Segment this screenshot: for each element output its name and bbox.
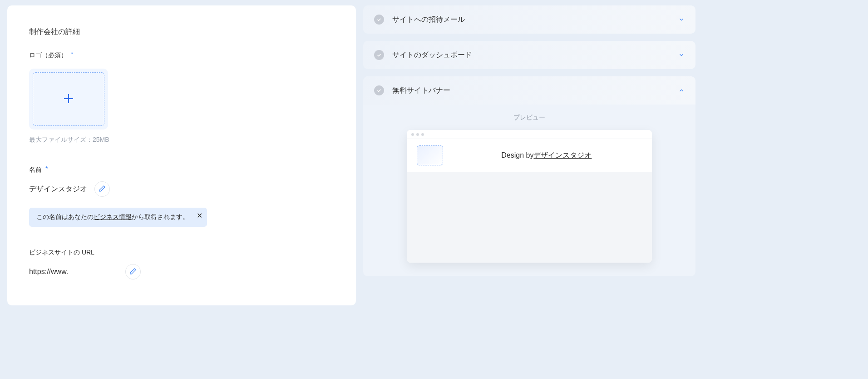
max-file-size-text: 最大ファイルサイズ：25MB — [29, 136, 334, 144]
accordion-title: サイトへの招待メール — [392, 15, 670, 25]
logo-upload-dashed[interactable] — [33, 72, 104, 126]
name-value: デザインスタジオ — [29, 185, 87, 194]
production-company-details-panel: 制作会社の詳細 ロゴ（必須） * 最大ファイルサイズ：25MB 名前 * デザイ… — [7, 5, 356, 305]
accordion-title: 無料サイトバナー — [392, 86, 670, 95]
design-by-studio-link[interactable]: デザインスタジオ — [533, 151, 592, 159]
accordion-title: サイトのダッシュボード — [392, 50, 670, 60]
chevron-down-icon — [678, 16, 685, 23]
accordion-body: プレビュー Design byデザインスタジオ — [363, 105, 695, 276]
close-icon: ✕ — [197, 212, 202, 219]
accordion-dashboard[interactable]: サイトのダッシュボード — [363, 41, 695, 69]
required-asterisk: * — [45, 165, 48, 172]
chevron-down-icon — [678, 52, 685, 58]
accordion-free-banner[interactable]: 無料サイトバナー — [363, 76, 695, 105]
logo-label: ロゴ（必須） — [29, 51, 67, 60]
close-info-button[interactable]: ✕ — [197, 211, 202, 220]
preview-window: Design byデザインスタジオ — [407, 130, 652, 263]
window-dot — [411, 133, 414, 136]
check-circle-icon — [374, 15, 384, 25]
required-asterisk: * — [71, 50, 73, 58]
url-label: ビジネスサイトの URL — [29, 249, 94, 257]
section-title: 制作会社の詳細 — [29, 27, 334, 37]
preview-body-empty — [407, 172, 652, 263]
edit-url-button[interactable] — [125, 264, 141, 279]
accordion-invite-email[interactable]: サイトへの招待メール — [363, 5, 695, 34]
name-label: 名前 — [29, 166, 42, 174]
logo-field: ロゴ（必須） * 最大ファイルサイズ：25MB — [29, 51, 334, 144]
accordion-free-banner-wrapper: 無料サイトバナー プレビュー Design byデザイン — [363, 76, 695, 276]
check-circle-icon — [374, 85, 384, 95]
pencil-icon — [129, 268, 137, 276]
window-dot — [416, 133, 419, 136]
info-callout-text: この名前はあなたのビジネス情報から取得されます。 — [36, 213, 189, 220]
chevron-up-icon — [678, 87, 685, 94]
preview-logo-placeholder — [417, 145, 443, 165]
pencil-icon — [99, 185, 106, 194]
check-circle-icon — [374, 50, 384, 60]
business-url-field: ビジネスサイトの URL https://www. — [29, 249, 334, 279]
preview-window-topbar — [407, 130, 652, 139]
design-by-text: Design byデザインスタジオ — [451, 151, 642, 160]
logo-upload-area[interactable] — [29, 69, 108, 130]
name-field: 名前 * デザインスタジオ この名前はあなたのビジネス情報から取得されます。 ✕ — [29, 166, 334, 227]
window-dot — [421, 133, 424, 136]
name-info-callout: この名前はあなたのビジネス情報から取得されます。 ✕ — [29, 208, 207, 227]
url-value: https://www. — [29, 268, 118, 276]
business-info-link[interactable]: ビジネス情報 — [94, 213, 132, 220]
preview-banner-row: Design byデザインスタジオ — [407, 139, 652, 172]
preview-label: プレビュー — [407, 114, 652, 122]
preview-panel: サイトへの招待メール サイトのダッシュボード 無料サイトバナー — [363, 5, 695, 305]
url-redacted — [68, 269, 118, 276]
plus-icon — [62, 92, 75, 107]
edit-name-button[interactable] — [94, 181, 110, 197]
